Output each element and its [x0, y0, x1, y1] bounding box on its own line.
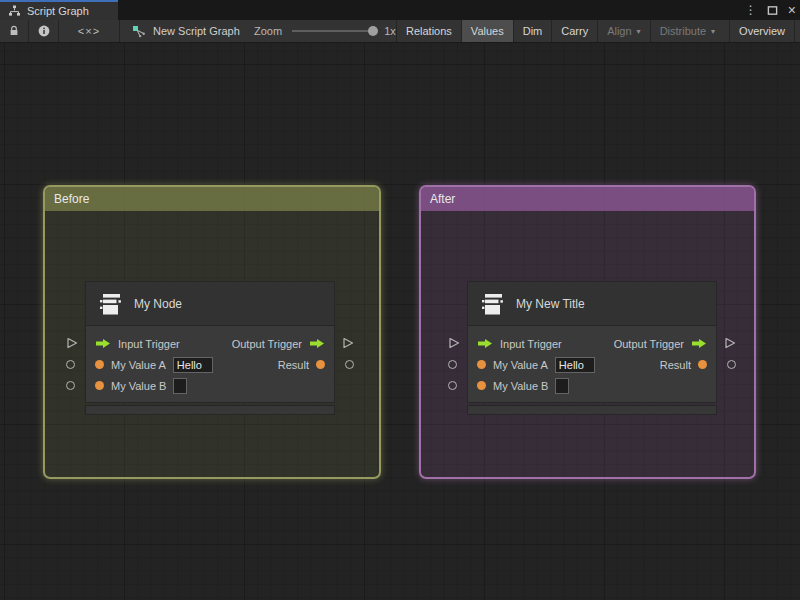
overview-button[interactable]: Overview [729, 20, 794, 42]
chevron-down-icon: ▾ [637, 27, 641, 36]
dim-button[interactable]: Dim [513, 20, 552, 42]
group-after-title: After [430, 192, 455, 206]
flow-arrow-icon [477, 338, 493, 349]
align-label: Align [607, 25, 631, 37]
port-row: My Value B [86, 375, 334, 396]
fullscreen-button[interactable]: Full Scr [794, 20, 800, 42]
external-flow-input-port[interactable] [448, 337, 460, 349]
carry-label: Carry [561, 25, 588, 37]
value-b-port[interactable]: My Value B [95, 378, 187, 394]
distribute-button[interactable]: Distribute ▾ [650, 20, 724, 42]
values-label: Values [471, 25, 504, 37]
port-row: My Value B [468, 375, 716, 396]
carry-button[interactable]: Carry [551, 20, 597, 42]
port-label: Input Trigger [500, 338, 562, 350]
external-value-input-port[interactable] [66, 360, 75, 369]
lock-icon [8, 25, 20, 37]
node-title: My New Title [516, 297, 585, 311]
node-body[interactable]: My Node Input Trigger Output Trigger [85, 281, 335, 403]
node-footer [85, 405, 335, 415]
port-label: Output Trigger [232, 338, 302, 350]
external-value-output-port[interactable] [727, 360, 736, 369]
input-trigger-port[interactable]: Input Trigger [95, 338, 180, 350]
graph-name-label: New Script Graph [153, 25, 240, 37]
port-row: My Value A Result [468, 354, 716, 375]
node-body[interactable]: My New Title Input Trigger Output Trigge… [467, 281, 717, 403]
value-port-icon [698, 360, 707, 369]
zoom-slider-knob[interactable] [368, 26, 378, 36]
port-label: My Value B [111, 380, 166, 392]
value-port-icon [477, 381, 486, 390]
graph-hierarchy-icon [8, 5, 21, 17]
input-trigger-port[interactable]: Input Trigger [477, 338, 562, 350]
port-row: Input Trigger Output Trigger [468, 333, 716, 354]
tab-script-graph[interactable]: Script Graph [0, 0, 118, 20]
flow-arrow-icon [95, 338, 111, 349]
output-trigger-port[interactable]: Output Trigger [232, 338, 325, 350]
zoom-label: Zoom [254, 25, 282, 37]
menu-icon[interactable]: ⋮ [745, 4, 757, 16]
node-my-node[interactable]: My Node Input Trigger Output Trigger [85, 281, 335, 415]
node-footer [467, 405, 717, 415]
external-flow-output-port[interactable] [342, 337, 354, 349]
group-before-header[interactable]: Before [45, 187, 379, 211]
port-label: Result [660, 359, 691, 371]
node-ports: Input Trigger Output Trigger My Valu [86, 326, 334, 402]
node-my-new-title[interactable]: My New Title Input Trigger Output Trigge… [467, 281, 717, 415]
node-header[interactable]: My Node [86, 282, 334, 326]
group-after-header[interactable]: After [421, 187, 754, 211]
port-label: My Value A [111, 359, 166, 371]
dim-label: Dim [523, 25, 543, 37]
value-port-icon [95, 381, 104, 390]
external-value-input-port[interactable] [66, 381, 75, 390]
port-row: My Value A Result [86, 354, 334, 375]
script-graph-asset-icon [132, 25, 146, 38]
value-b-input[interactable] [555, 378, 569, 394]
zoom-value: 1x [384, 25, 396, 37]
group-before-title: Before [54, 192, 89, 206]
value-b-port[interactable]: My Value B [477, 378, 569, 394]
graph-selector[interactable]: New Script Graph [132, 20, 240, 42]
external-value-input-port[interactable] [448, 381, 457, 390]
flow-arrow-icon [309, 338, 325, 349]
external-flow-input-port[interactable] [66, 337, 78, 349]
external-flow-output-port[interactable] [724, 337, 736, 349]
chevron-down-icon: ▾ [711, 27, 715, 36]
value-b-input[interactable] [173, 378, 187, 394]
relations-label: Relations [406, 25, 452, 37]
toolbar-left-group: <×> [0, 20, 120, 42]
node-header[interactable]: My New Title [468, 282, 716, 326]
external-value-output-port[interactable] [345, 360, 354, 369]
close-icon[interactable]: × [788, 3, 796, 17]
lock-button[interactable] [0, 20, 29, 42]
result-port[interactable]: Result [660, 359, 707, 371]
code-preview-button[interactable]: <×> [59, 20, 120, 42]
maximize-glyph [767, 5, 778, 16]
zoom-control: Zoom 1x [254, 20, 396, 42]
maximize-icon[interactable] [767, 5, 778, 16]
values-button[interactable]: Values [461, 20, 513, 42]
value-a-input[interactable] [173, 357, 213, 373]
output-trigger-port[interactable]: Output Trigger [614, 338, 707, 350]
overview-label: Overview [739, 25, 785, 37]
tab-label: Script Graph [27, 5, 89, 17]
value-port-icon [477, 360, 486, 369]
info-icon [38, 25, 50, 37]
align-button[interactable]: Align ▾ [597, 20, 649, 42]
value-a-input[interactable] [555, 357, 595, 373]
result-port[interactable]: Result [278, 359, 325, 371]
value-a-port[interactable]: My Value A [477, 357, 595, 373]
code-glyph: <×> [78, 25, 100, 37]
external-value-input-port[interactable] [448, 360, 457, 369]
port-label: Output Trigger [614, 338, 684, 350]
info-button[interactable] [29, 20, 59, 42]
unit-icon [98, 291, 124, 317]
port-label: Input Trigger [118, 338, 180, 350]
zoom-slider[interactable] [292, 30, 374, 32]
graph-canvas[interactable]: Before After [0, 43, 800, 600]
port-label: Result [278, 359, 309, 371]
value-port-icon [316, 360, 325, 369]
relations-button[interactable]: Relations [396, 20, 461, 42]
window-controls: ⋮ × [745, 0, 796, 20]
value-a-port[interactable]: My Value A [95, 357, 213, 373]
